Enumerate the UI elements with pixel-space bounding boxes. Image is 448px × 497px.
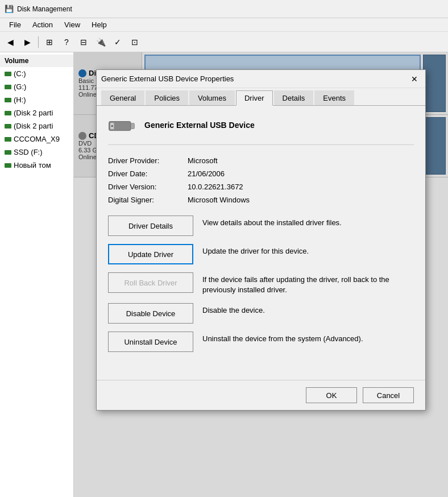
tab-volumes[interactable]: Volumes xyxy=(189,90,235,105)
menu-bar: File Action View Help xyxy=(0,18,448,32)
uninstall-device-row: Uninstall Device Uninstall the device fr… xyxy=(108,332,414,352)
disable-device-row: Disable Device Disable the device. xyxy=(108,303,414,324)
toolbar-help[interactable]: ? xyxy=(59,35,74,49)
disk-icon-h xyxy=(5,98,11,102)
driver-signer-value: Microsoft Windows xyxy=(188,196,250,204)
device-icon xyxy=(108,115,135,135)
driver-version-value: 10.0.22621.3672 xyxy=(188,183,243,191)
sidebar-header-volume: Volume xyxy=(0,55,73,67)
properties-dialog: Generic External USB Device Properties ✕… xyxy=(96,69,426,411)
menu-help[interactable]: Help xyxy=(86,19,113,30)
tab-general[interactable]: General xyxy=(101,90,144,105)
menu-file[interactable]: File xyxy=(3,19,27,30)
driver-details-desc: View details about the installed driver … xyxy=(202,216,414,228)
usb-drive-icon xyxy=(108,116,135,134)
driver-provider-label: Driver Provider: xyxy=(108,156,188,165)
disk-icon-ssd xyxy=(5,150,11,155)
update-driver-desc: Update the driver for this device. xyxy=(202,244,414,256)
driver-info: Driver Provider: Microsoft Driver Date: … xyxy=(108,156,414,204)
driver-provider-value: Microsoft xyxy=(188,156,218,165)
cancel-button[interactable]: Cancel xyxy=(363,387,414,403)
driver-version-label: Driver Version: xyxy=(108,183,188,191)
sidebar-item-new-vol[interactable]: Новый том xyxy=(0,159,73,172)
sidebar: Volume (C:) (G:) (H:) (Disk 2 parti (Dis… xyxy=(0,52,74,497)
update-driver-button[interactable]: Update Driver xyxy=(108,244,193,264)
update-driver-row: Update Driver Update the driver for this… xyxy=(108,244,414,264)
driver-signer-label: Digital Signer: xyxy=(108,196,188,204)
svg-point-3 xyxy=(111,125,113,127)
driver-version-row: Driver Version: 10.0.22621.3672 xyxy=(108,183,414,191)
dialog-footer: OK Cancel xyxy=(97,380,425,410)
driver-details-button[interactable]: Driver Details xyxy=(108,216,193,236)
main-area: Volume (C:) (G:) (H:) (Disk 2 parti (Dis… xyxy=(0,52,448,497)
driver-date-value: 21/06/2006 xyxy=(188,169,225,178)
sidebar-item-g[interactable]: (G:) xyxy=(0,80,73,93)
toolbar-forward[interactable]: ▶ xyxy=(19,35,35,49)
modal-overlay: Generic External USB Device Properties ✕… xyxy=(74,52,448,497)
tab-details[interactable]: Details xyxy=(274,90,314,105)
device-header: Generic External USB Device xyxy=(108,115,414,145)
dialog-title-bar: Generic External USB Device Properties ✕ xyxy=(97,70,425,88)
content-area: Disk 4 Basic 111.77 GB Online 111.77 GB … xyxy=(74,52,448,497)
title-bar: 💾 Disk Management xyxy=(0,0,448,18)
app-title: Disk Management xyxy=(17,5,72,13)
toolbar-box[interactable]: ⊡ xyxy=(127,35,143,49)
toolbar-sep-1 xyxy=(38,36,39,48)
tab-events[interactable]: Events xyxy=(314,90,354,105)
sidebar-item-cccoma[interactable]: CCCOMA_X9 xyxy=(0,132,73,146)
app-icon: 💾 xyxy=(5,5,14,14)
device-name: Generic External USB Device xyxy=(144,121,255,130)
dialog-title: Generic External USB Device Properties xyxy=(101,74,234,83)
disk-icon-cccoma xyxy=(5,137,11,142)
svg-rect-1 xyxy=(131,123,134,129)
toolbar: ◀ ▶ ⊞ ? ⊟ 🔌 ✓ ⊡ xyxy=(0,32,448,52)
sidebar-item-disk2b[interactable]: (Disk 2 parti xyxy=(0,119,73,132)
uninstall-device-desc: Uninstall the device from the system (Ad… xyxy=(202,332,414,344)
sidebar-item-h[interactable]: (H:) xyxy=(0,93,73,106)
driver-buttons: Driver Details View details about the in… xyxy=(108,216,414,352)
disk-icon-disk2b xyxy=(5,124,11,129)
toolbar-grid[interactable]: ⊞ xyxy=(42,35,57,49)
ok-button[interactable]: OK xyxy=(306,387,357,403)
disable-device-desc: Disable the device. xyxy=(202,303,414,316)
sidebar-item-ssd[interactable]: SSD (F:) xyxy=(0,146,73,159)
sidebar-item-c[interactable]: (C:) xyxy=(0,67,73,80)
disk-icon-g xyxy=(5,85,11,89)
disable-device-button[interactable]: Disable Device xyxy=(108,303,193,324)
toolbar-plugin[interactable]: 🔌 xyxy=(93,35,109,49)
menu-view[interactable]: View xyxy=(59,19,86,30)
driver-date-label: Driver Date: xyxy=(108,169,188,178)
uninstall-device-button[interactable]: Uninstall Device xyxy=(108,332,193,352)
dialog-close-button[interactable]: ✕ xyxy=(408,73,421,85)
tab-driver[interactable]: Driver xyxy=(236,90,273,106)
driver-details-row: Driver Details View details about the in… xyxy=(108,216,414,236)
disk-icon-c xyxy=(5,72,11,76)
tab-policies[interactable]: Policies xyxy=(146,90,188,105)
sidebar-item-disk2a[interactable]: (Disk 2 parti xyxy=(0,106,73,119)
rollback-driver-row: Roll Back Driver If the device fails aft… xyxy=(108,272,414,295)
rollback-driver-desc: If the device fails after updating the d… xyxy=(202,272,414,295)
driver-provider-row: Driver Provider: Microsoft xyxy=(108,156,414,165)
toolbar-check[interactable]: ✓ xyxy=(110,35,126,49)
toolbar-minus[interactable]: ⊟ xyxy=(76,35,92,49)
disk-icon-new-vol xyxy=(5,163,11,168)
dialog-content: Generic External USB Device Driver Provi… xyxy=(97,106,425,380)
driver-signer-row: Digital Signer: Microsoft Windows xyxy=(108,196,414,204)
toolbar-back[interactable]: ◀ xyxy=(2,35,18,49)
tab-bar: General Policies Volumes Driver Details … xyxy=(97,88,425,106)
disk-icon-disk2a xyxy=(5,111,11,115)
driver-date-row: Driver Date: 21/06/2006 xyxy=(108,169,414,178)
rollback-driver-button[interactable]: Roll Back Driver xyxy=(108,272,193,293)
menu-action[interactable]: Action xyxy=(27,19,59,30)
